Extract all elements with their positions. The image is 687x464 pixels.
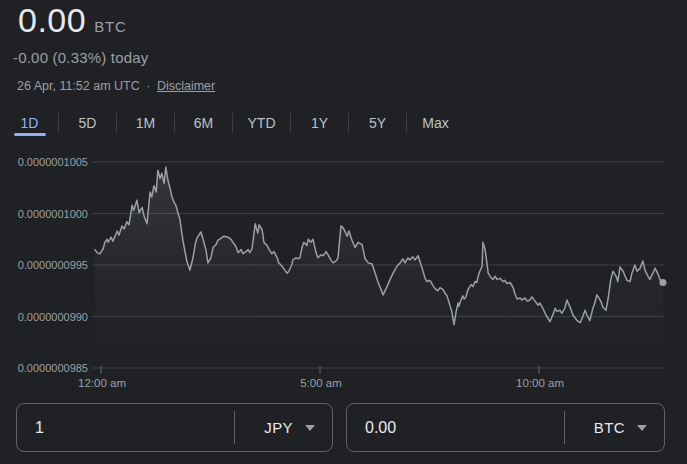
from-currency-select[interactable]: JPY (234, 404, 332, 451)
price-currency-unit: BTC (94, 18, 126, 35)
price-area-fill (95, 167, 663, 368)
tab-ytd[interactable]: YTD (233, 109, 290, 136)
disclaimer-link[interactable]: Disclaimer (157, 79, 215, 93)
input-divider (234, 411, 235, 444)
tab-max[interactable]: Max (407, 109, 464, 136)
current-price: 0.00 (18, 1, 86, 40)
selected-tab-underline (14, 133, 46, 136)
from-amount-input[interactable]: 1 (35, 419, 44, 437)
to-currency-code: BTC (594, 419, 625, 436)
converter-from-box: 1 JPY (16, 403, 333, 452)
y-axis-label: 0.0000000990 (18, 311, 88, 323)
y-axis-label: 0.0000001000 (18, 208, 88, 220)
dot-separator: · (146, 79, 150, 93)
quote-date-text: 26 Apr, 11:52 am UTC (17, 79, 140, 93)
tab-1m[interactable]: 1M (117, 109, 174, 136)
tab-5y[interactable]: 5Y (349, 109, 406, 136)
y-axis-label: 0.0000000985 (18, 362, 88, 374)
from-currency-code: JPY (264, 419, 293, 436)
x-axis-label: 5:00 am (300, 377, 342, 389)
tab-1y[interactable]: 1Y (291, 109, 348, 136)
x-axis-label: 12:00 am (78, 377, 126, 389)
time-range-tabs: 1D 5D 1M 6M YTD 1Y 5Y Max (1, 109, 464, 136)
to-amount-input[interactable]: 0.00 (365, 419, 396, 437)
converter-to-box: 0.00 BTC (346, 403, 665, 452)
tab-5d[interactable]: 5D (59, 109, 116, 136)
price-change-today: -0.00 (0.33%) today (13, 49, 149, 66)
chevron-down-icon (637, 425, 647, 431)
tab-6m[interactable]: 6M (175, 109, 232, 136)
currency-converter: 1 JPY 0.00 BTC (16, 403, 665, 452)
price-chart[interactable]: 0.00000010050.00000010000.00000009950.00… (0, 148, 687, 398)
jpy-btc-finance-widget: 0.00 BTC -0.00 (0.33%) today 26 Apr, 11:… (0, 0, 687, 464)
current-price-dot (659, 279, 666, 286)
quote-timestamp: 26 Apr, 11:52 am UTC · Disclaimer (17, 79, 215, 93)
price-header: 0.00 BTC (18, 1, 127, 40)
chevron-down-icon (305, 425, 315, 431)
tab-1d[interactable]: 1D (1, 109, 58, 136)
input-divider (564, 411, 565, 444)
y-axis-label: 0.0000000995 (18, 259, 88, 271)
y-axis-label: 0.0000001005 (18, 156, 88, 168)
to-currency-select[interactable]: BTC (564, 404, 664, 451)
x-axis-label: 10:00 am (516, 377, 564, 389)
